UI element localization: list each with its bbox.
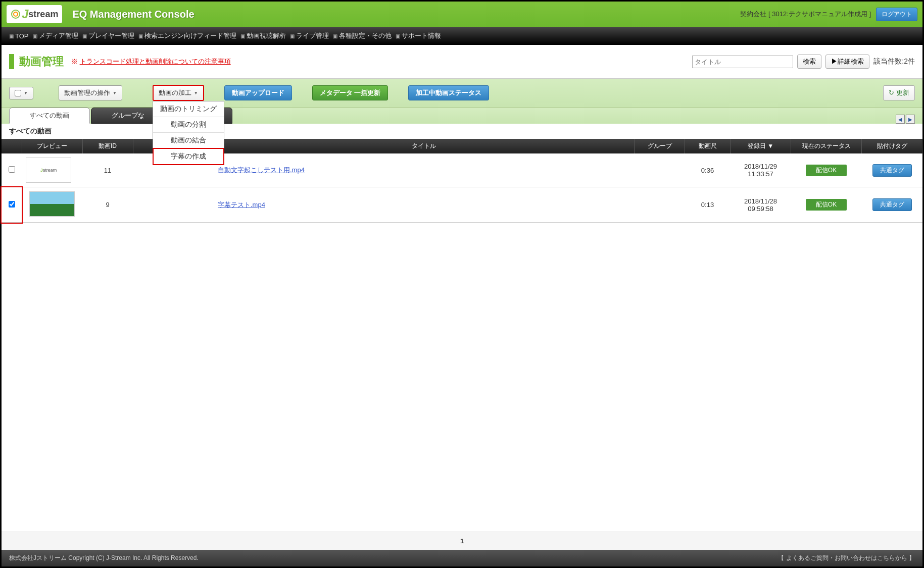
row-title-cell: 自動文字起こしテスト用.mp4 (214, 153, 635, 187)
search-button[interactable]: 検索 (797, 55, 821, 69)
row-duration: 0:36 (685, 153, 731, 187)
row-date: 2018/11/2809:59:58 (731, 187, 791, 223)
row-checkbox-cell (2, 187, 22, 223)
select-all-checkbox[interactable] (15, 90, 21, 96)
contract-info: 契約会社 [ 3012:テクサポマニュアル作成用 ] (740, 10, 871, 19)
common-tag-button[interactable]: 共通タグ (872, 198, 912, 211)
detail-search-button[interactable]: ▶詳細検索 (825, 55, 869, 69)
menu-merge[interactable]: 動画の結合 (153, 133, 224, 148)
refresh-icon: ↻ (889, 89, 894, 96)
manage-ops-dropdown[interactable]: 動画管理の操作 (59, 85, 122, 100)
row-blank (133, 187, 214, 223)
svg-point-0 (12, 10, 20, 18)
logo-swirl-icon (11, 9, 21, 19)
status-badge: 配信OK (806, 165, 847, 176)
process-ops-menu: 動画のトリミング 動画の分割 動画の結合 字幕の作成 (153, 101, 224, 165)
row-date: 2018/11/2911:33:57 (731, 153, 791, 187)
row-tag: 共通タグ (862, 153, 922, 187)
nav-live[interactable]: ライブ管理 (290, 31, 329, 40)
app-header: J stream EQ Management Console 契約会社 [ 30… (2, 2, 922, 27)
logo-j: J (22, 7, 28, 21)
row-preview (22, 187, 82, 223)
row-id: 9 (82, 187, 133, 223)
toolbar: 動画管理の操作 動画の加工 動画のトリミング 動画の分割 動画の結合 字幕の作成… (2, 79, 922, 108)
nav-feed[interactable]: 検索エンジン向けフィード管理 (138, 31, 236, 40)
nav-media[interactable]: メディア管理 (33, 31, 78, 40)
row-status: 配信OK (791, 153, 862, 187)
process-ops-dropdown[interactable]: 動画の加工 (153, 85, 204, 101)
th-date[interactable]: 登録日 ▼ (731, 139, 791, 153)
table-row: 9 字幕テスト.mp4 0:13 2018/11/2809:59:58 配信OK… (2, 187, 922, 223)
page-number[interactable]: 1 (460, 537, 464, 545)
th-tag: 貼付けタグ (862, 139, 922, 153)
page-title: 動画管理 (19, 55, 64, 68)
thumbnail[interactable] (29, 191, 75, 217)
table-row: Jstream 11 自動文字起こしテスト用.mp4 0:36 2018/11/… (2, 153, 922, 187)
processing-status-button[interactable]: 加工中動画ステータス (408, 85, 489, 100)
logout-button[interactable]: ログアウト (876, 8, 917, 21)
warning-note: ※ トランスコード処理と動画削除についての注意事項 (71, 57, 231, 66)
checkbox-select-dropdown[interactable] (9, 87, 33, 99)
nav-top[interactable]: TOP (9, 31, 29, 40)
logo-text: stream (28, 9, 58, 20)
row-title-cell: 字幕テスト.mp4 (214, 187, 635, 223)
nav-settings[interactable]: 各種設定・その他 (333, 31, 392, 40)
upload-button[interactable]: 動画アップロード (224, 85, 292, 100)
tab-all[interactable]: すべての動画 (9, 108, 90, 124)
warning-prefix: ※ (71, 58, 80, 65)
video-title-link[interactable]: 字幕テスト.mp4 (218, 200, 630, 210)
row-checkbox[interactable] (9, 166, 15, 173)
tab-prev-icon[interactable]: ◀ (896, 115, 905, 124)
meta-update-button[interactable]: メタデータ 一括更新 (312, 85, 388, 100)
row-status: 配信OK (791, 187, 862, 223)
thumbnail[interactable]: Jstream (26, 158, 71, 183)
svg-point-1 (14, 12, 18, 16)
nav-support[interactable]: サポート情報 (396, 31, 441, 40)
nav-analytics[interactable]: 動画視聴解析 (240, 31, 286, 40)
footer: 株式会社Jストリーム Copyright (C) J-Stream Inc. A… (2, 550, 922, 566)
menu-subtitle[interactable]: 字幕の作成 (153, 148, 224, 165)
refresh-button[interactable]: ↻ 更新 (883, 85, 915, 100)
th-title: タイトル (214, 139, 635, 153)
video-table: プレビュー 動画ID タイトル グループ 動画尺 登録日 ▼ 現在のステータス … (2, 139, 922, 223)
section-subtitle: すべての動画 (2, 124, 922, 139)
search-input[interactable] (692, 56, 793, 68)
status-badge: 配信OK (806, 199, 847, 211)
menu-trimming[interactable]: 動画のトリミング (153, 101, 224, 117)
tab-next-icon[interactable]: ▶ (906, 115, 915, 124)
result-count: 該当件数:2件 (873, 57, 915, 66)
th-group: グループ (635, 139, 685, 153)
common-tag-button[interactable]: 共通タグ (872, 164, 912, 177)
row-id: 11 (82, 153, 133, 187)
app-title: EQ Management Console (72, 9, 194, 20)
footer-copyright: 株式会社Jストリーム Copyright (C) J-Stream Inc. A… (9, 554, 199, 562)
menu-split[interactable]: 動画の分割 (153, 117, 224, 133)
th-id: 動画ID (82, 139, 133, 153)
row-duration: 0:13 (685, 187, 731, 223)
row-group (635, 187, 685, 223)
th-duration: 動画尺 (685, 139, 731, 153)
th-preview: プレビュー (22, 139, 82, 153)
th-check (2, 139, 22, 153)
page-bar: 動画管理 ※ トランスコード処理と動画削除についての注意事項 検索 ▶詳細検索 … (2, 45, 922, 79)
main-nav: TOP メディア管理 プレイヤー管理 検索エンジン向けフィード管理 動画視聴解析… (2, 27, 922, 45)
tabs: すべての動画 グループな テストG ◀ ▶ (2, 108, 922, 124)
row-checkbox-cell (2, 153, 22, 187)
row-preview: Jstream (22, 153, 82, 187)
row-checkbox[interactable] (9, 201, 15, 208)
th-status: 現在のステータス (791, 139, 862, 153)
footer-faq-link[interactable]: 【 よくあるご質問・お問い合わせはこちらから 】 (778, 554, 915, 562)
pagination: 1 (2, 532, 922, 550)
warning-link[interactable]: トランスコード処理と動画削除についての注意事項 (80, 58, 231, 65)
row-tag: 共通タグ (862, 187, 922, 223)
row-group (635, 153, 685, 187)
video-title-link[interactable]: 自動文字起こしテスト用.mp4 (218, 166, 630, 175)
logo: J stream (7, 5, 62, 23)
nav-player[interactable]: プレイヤー管理 (82, 31, 134, 40)
